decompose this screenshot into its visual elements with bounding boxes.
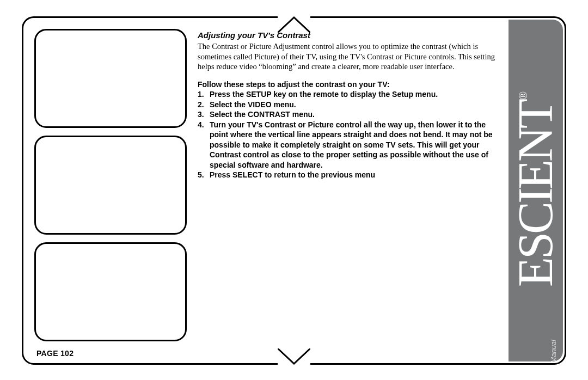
- brand-sidebar: ESCIENT® FireBall™ DVDM-300 User's Manua…: [509, 20, 563, 361]
- step-number: 5.: [198, 170, 210, 180]
- step-item: 1. Press the SETUP key on the remote to …: [198, 89, 502, 99]
- bottom-tab-notch: [278, 348, 310, 365]
- illustration-box-3: [34, 242, 187, 341]
- svg-marker-1: [278, 348, 310, 364]
- page-number: PAGE 102: [36, 349, 74, 358]
- illustration-box-1: [34, 29, 187, 128]
- step-text: Press the SETUP key on the remote to dis…: [210, 89, 502, 99]
- text-column: Adjusting your TV's Contrast The Contras…: [198, 30, 502, 180]
- step-item: 3. Select the CONTRAST menu.: [198, 109, 502, 119]
- step-item: 5. Press SELECT to return to the previou…: [198, 170, 502, 180]
- intro-paragraph: The Contrast or Picture Adjustment contr…: [198, 41, 502, 72]
- illustration-column: [34, 29, 187, 341]
- section-heading: Adjusting your TV's Contrast: [198, 30, 502, 40]
- step-item: 4. Turn your TV's Contrast or Picture co…: [198, 120, 502, 170]
- content-area: Adjusting your TV's Contrast The Contras…: [34, 29, 502, 341]
- step-number: 3.: [198, 109, 210, 119]
- step-text: Press SELECT to return to the previous m…: [210, 170, 502, 180]
- illustration-box-2: [34, 136, 187, 235]
- steps-lead: Follow these steps to adjust the contras…: [198, 79, 502, 89]
- product-tail: User's Manual: [549, 340, 558, 361]
- step-item: 2. Select the VIDEO menu.: [198, 100, 502, 109]
- step-number: 2.: [198, 100, 210, 109]
- steps-block: Follow these steps to adjust the contras…: [198, 79, 502, 180]
- step-text: Select the CONTRAST menu.: [210, 109, 502, 119]
- step-number: 1.: [198, 89, 210, 99]
- registered-icon: ®: [518, 93, 530, 99]
- manual-page: Adjusting your TV's Contrast The Contras…: [0, 0, 588, 380]
- product-line: FireBall™ DVDM-300 User's Manual: [549, 20, 559, 361]
- page-frame: Adjusting your TV's Contrast The Contras…: [22, 16, 566, 365]
- step-text: Turn your TV's Contrast or Picture contr…: [210, 120, 502, 170]
- step-number: 4.: [198, 120, 210, 170]
- step-text: Select the VIDEO menu.: [210, 100, 502, 109]
